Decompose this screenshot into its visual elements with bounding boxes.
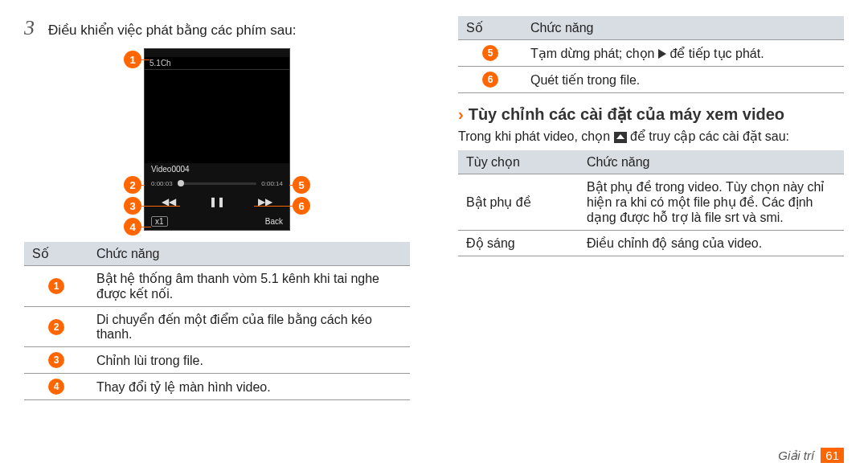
bullet-2: 2 [48, 319, 64, 335]
callout-1: 1 [124, 51, 141, 68]
func-2: Di chuyển đến một điểm của file bằng các… [88, 307, 410, 347]
pause-icon: ❚❚ [209, 196, 225, 207]
up-icon [614, 132, 627, 143]
func-1: Bật hệ thống âm thanh vòm 5.1 kênh khi t… [88, 266, 410, 307]
callout-2: 2 [124, 176, 141, 194]
callout-3: 3 [124, 197, 141, 215]
col-func-header: Chức năng [88, 242, 410, 266]
opt-2-desc: Điều chỉnh độ sáng của video. [579, 231, 844, 256]
callout-6: 6 [293, 197, 310, 215]
functions-table-left: Số Chức năng 1Bật hệ thống âm thanh vòm … [24, 242, 410, 400]
bullet-3: 3 [48, 352, 64, 368]
func-6: Quét tiến trong file. [522, 67, 844, 93]
opt-1-name: Bật phụ đề [458, 174, 579, 231]
func-4: Thay đổi tỷ lệ màn hình video. [88, 374, 410, 400]
col-func2-header: Chức năng [579, 150, 844, 174]
section-title: Tùy chỉnh các cài đặt của máy xem video [469, 104, 784, 124]
time-elapsed: 0:00:03 [151, 180, 173, 187]
col-func-header-r: Chức năng [522, 16, 844, 40]
phone-video-title: Video0004 [145, 163, 289, 175]
time-remaining: 0:00:14 [261, 180, 283, 187]
bullet-1: 1 [48, 278, 64, 294]
scale-badge: x1 [151, 216, 168, 227]
opt-1-desc: Bật phụ đề trong video. Tùy chọn này chỉ… [579, 174, 844, 231]
play-icon [658, 49, 666, 59]
opt-2-name: Độ sáng [458, 231, 579, 256]
callout-4: 4 [124, 218, 141, 236]
callout-5: 5 [293, 176, 310, 194]
functions-table-right-top: Số Chức năng 5 Tạm dừng phát; chọn để ti… [458, 16, 844, 93]
step-text: Điều khiển việc phát bằng các phím sau: [48, 22, 296, 39]
options-table: Tùy chọn Chức năng Bật phụ đềBật phụ đề … [458, 150, 844, 256]
footer-section: Giải trí [778, 448, 814, 462]
back-button-label: Back [265, 217, 283, 226]
func-3: Chỉnh lùi trong file. [88, 347, 410, 374]
step-number: 3 [24, 16, 48, 40]
col-option-header: Tùy chọn [458, 150, 579, 174]
footer-page: 61 [821, 448, 844, 463]
page-footer: Giải trí 61 [778, 448, 844, 463]
col-num-header: Số [24, 242, 88, 266]
phone-status-label: 5.1Ch [145, 57, 289, 70]
bullet-4: 4 [48, 379, 64, 395]
phone-screenshot: 1 2 3 4 5 6 5.1Ch Video0004 0:00:03 [144, 48, 290, 231]
bullet-5: 5 [482, 45, 498, 61]
func-5: Tạm dừng phát; chọn để tiếp tục phát. [522, 40, 844, 67]
col-num-header-r: Số [458, 16, 522, 40]
section-body: Trong khi phát video, chọn để truy cập c… [458, 129, 844, 144]
chevron-icon: › [458, 105, 464, 124]
bullet-6: 6 [482, 72, 498, 88]
